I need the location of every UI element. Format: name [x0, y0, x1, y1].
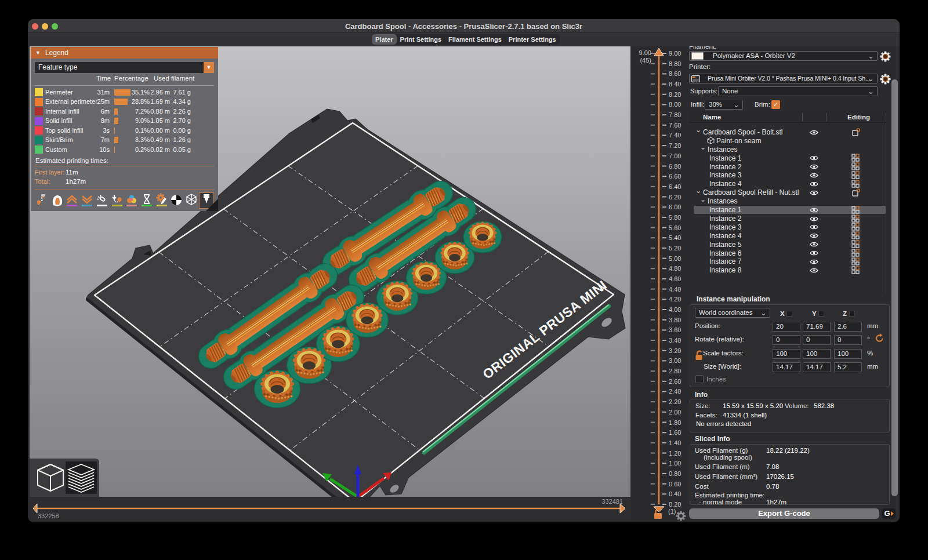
svg-text:5.20: 5.20	[669, 245, 681, 252]
svg-text:0.40: 0.40	[669, 490, 681, 497]
svg-text:4.40: 4.40	[669, 286, 681, 293]
svg-text:4.00: 4.00	[669, 306, 681, 313]
svg-text:2.40: 2.40	[669, 388, 681, 395]
svg-text:3.00: 3.00	[669, 357, 681, 364]
svg-text:3.60: 3.60	[669, 326, 681, 333]
svg-text:6.60: 6.60	[669, 173, 681, 180]
svg-text:7.40: 7.40	[669, 132, 681, 139]
svg-text:6.40: 6.40	[669, 183, 681, 190]
svg-text:2.80: 2.80	[669, 368, 681, 374]
svg-text:5.60: 5.60	[669, 224, 681, 231]
svg-text:3.20: 3.20	[669, 347, 681, 354]
svg-text:5.80: 5.80	[669, 214, 681, 221]
svg-text:9.00: 9.00	[669, 50, 681, 57]
svg-text:1.40: 1.40	[669, 439, 681, 446]
svg-text:8.40: 8.40	[669, 81, 681, 88]
svg-text:0.60: 0.60	[669, 481, 681, 488]
svg-text:2.60: 2.60	[669, 378, 681, 385]
svg-text:1.80: 1.80	[669, 419, 681, 426]
svg-text:6.00: 6.00	[669, 203, 681, 210]
svg-text:(1): (1)	[668, 508, 676, 515]
svg-text:8.80: 8.80	[669, 60, 681, 67]
svg-text:6.20: 6.20	[669, 194, 681, 201]
svg-text:9.00: 9.00	[639, 49, 651, 56]
svg-text:0.20: 0.20	[669, 501, 681, 508]
svg-text:3.80: 3.80	[669, 317, 681, 323]
svg-text:1.00: 1.00	[669, 460, 681, 467]
svg-text:7.60: 7.60	[669, 122, 681, 129]
svg-text:8.60: 8.60	[669, 70, 681, 77]
svg-text:8.00: 8.00	[669, 101, 681, 108]
svg-text:4.80: 4.80	[669, 265, 681, 272]
svg-text:7.20: 7.20	[669, 142, 681, 149]
svg-text:332481: 332481	[601, 498, 623, 505]
svg-text:7.80: 7.80	[669, 111, 681, 118]
svg-text:332258: 332258	[38, 512, 59, 519]
svg-text:1.60: 1.60	[669, 429, 681, 436]
svg-text:(45): (45)	[640, 57, 651, 64]
svg-text:0.80: 0.80	[669, 470, 681, 477]
svg-text:3.40: 3.40	[669, 337, 681, 344]
svg-text:8.20: 8.20	[669, 91, 681, 98]
svg-text:4.60: 4.60	[669, 275, 681, 282]
svg-text:1.20: 1.20	[669, 450, 681, 457]
svg-text:2.00: 2.00	[669, 409, 681, 416]
svg-text:7.00: 7.00	[669, 152, 681, 159]
svg-text:5.40: 5.40	[669, 234, 681, 241]
svg-text:2.20: 2.20	[669, 398, 681, 405]
svg-text:5.00: 5.00	[669, 255, 681, 262]
svg-text:6.80: 6.80	[669, 163, 681, 170]
svg-text:4.20: 4.20	[669, 296, 681, 303]
